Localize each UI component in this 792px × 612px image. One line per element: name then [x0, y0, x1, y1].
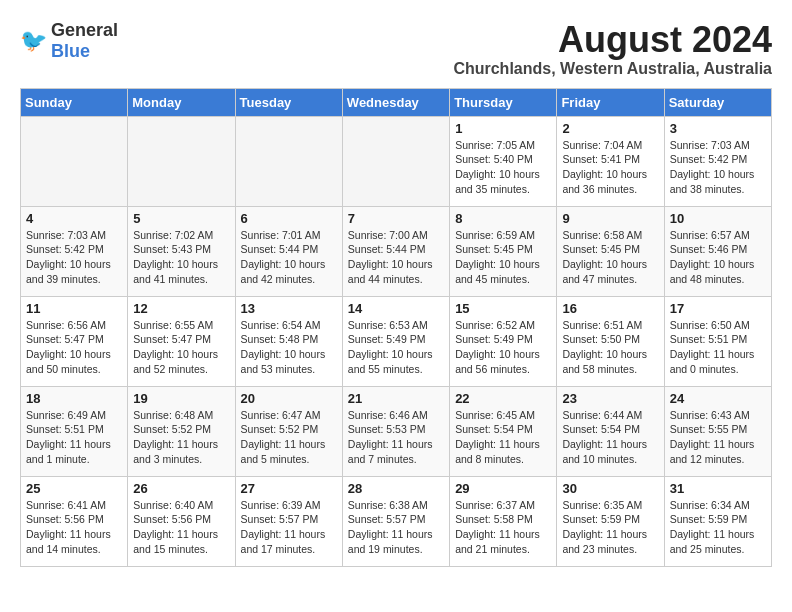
day-number: 21	[348, 391, 444, 406]
day-info: Sunrise: 6:47 AMSunset: 5:52 PMDaylight:…	[241, 408, 337, 467]
calendar-cell: 11Sunrise: 6:56 AMSunset: 5:47 PMDayligh…	[21, 296, 128, 386]
calendar-cell: 31Sunrise: 6:34 AMSunset: 5:59 PMDayligh…	[664, 476, 771, 566]
day-info: Sunrise: 6:51 AMSunset: 5:50 PMDaylight:…	[562, 318, 658, 377]
day-info: Sunrise: 6:49 AMSunset: 5:51 PMDaylight:…	[26, 408, 122, 467]
day-number: 26	[133, 481, 229, 496]
day-info: Sunrise: 6:46 AMSunset: 5:53 PMDaylight:…	[348, 408, 444, 467]
day-info: Sunrise: 7:03 AMSunset: 5:42 PMDaylight:…	[26, 228, 122, 287]
calendar-header-row: SundayMondayTuesdayWednesdayThursdayFrid…	[21, 88, 772, 116]
day-info: Sunrise: 6:52 AMSunset: 5:49 PMDaylight:…	[455, 318, 551, 377]
calendar-cell: 4Sunrise: 7:03 AMSunset: 5:42 PMDaylight…	[21, 206, 128, 296]
calendar-cell: 14Sunrise: 6:53 AMSunset: 5:49 PMDayligh…	[342, 296, 449, 386]
column-header-monday: Monday	[128, 88, 235, 116]
day-info: Sunrise: 6:39 AMSunset: 5:57 PMDaylight:…	[241, 498, 337, 557]
day-number: 9	[562, 211, 658, 226]
calendar-cell: 8Sunrise: 6:59 AMSunset: 5:45 PMDaylight…	[450, 206, 557, 296]
day-number: 27	[241, 481, 337, 496]
day-number: 13	[241, 301, 337, 316]
logo-blue: Blue	[51, 41, 90, 61]
day-info: Sunrise: 6:54 AMSunset: 5:48 PMDaylight:…	[241, 318, 337, 377]
calendar-cell: 6Sunrise: 7:01 AMSunset: 5:44 PMDaylight…	[235, 206, 342, 296]
calendar-cell: 17Sunrise: 6:50 AMSunset: 5:51 PMDayligh…	[664, 296, 771, 386]
day-number: 4	[26, 211, 122, 226]
day-number: 2	[562, 121, 658, 136]
calendar-cell: 1Sunrise: 7:05 AMSunset: 5:40 PMDaylight…	[450, 116, 557, 206]
day-number: 31	[670, 481, 766, 496]
location-subtitle: Churchlands, Western Australia, Australi…	[453, 60, 772, 78]
day-info: Sunrise: 7:02 AMSunset: 5:43 PMDaylight:…	[133, 228, 229, 287]
calendar-cell	[342, 116, 449, 206]
calendar-cell	[235, 116, 342, 206]
day-info: Sunrise: 6:55 AMSunset: 5:47 PMDaylight:…	[133, 318, 229, 377]
column-header-sunday: Sunday	[21, 88, 128, 116]
day-number: 7	[348, 211, 444, 226]
day-info: Sunrise: 6:37 AMSunset: 5:58 PMDaylight:…	[455, 498, 551, 557]
day-number: 11	[26, 301, 122, 316]
calendar-cell: 23Sunrise: 6:44 AMSunset: 5:54 PMDayligh…	[557, 386, 664, 476]
day-info: Sunrise: 6:50 AMSunset: 5:51 PMDaylight:…	[670, 318, 766, 377]
calendar-cell: 27Sunrise: 6:39 AMSunset: 5:57 PMDayligh…	[235, 476, 342, 566]
calendar-cell	[128, 116, 235, 206]
day-info: Sunrise: 6:34 AMSunset: 5:59 PMDaylight:…	[670, 498, 766, 557]
day-number: 25	[26, 481, 122, 496]
day-info: Sunrise: 6:58 AMSunset: 5:45 PMDaylight:…	[562, 228, 658, 287]
day-number: 8	[455, 211, 551, 226]
calendar-cell: 15Sunrise: 6:52 AMSunset: 5:49 PMDayligh…	[450, 296, 557, 386]
day-number: 18	[26, 391, 122, 406]
calendar-cell: 30Sunrise: 6:35 AMSunset: 5:59 PMDayligh…	[557, 476, 664, 566]
calendar-cell: 21Sunrise: 6:46 AMSunset: 5:53 PMDayligh…	[342, 386, 449, 476]
day-info: Sunrise: 6:48 AMSunset: 5:52 PMDaylight:…	[133, 408, 229, 467]
day-number: 28	[348, 481, 444, 496]
calendar-week-row: 18Sunrise: 6:49 AMSunset: 5:51 PMDayligh…	[21, 386, 772, 476]
day-info: Sunrise: 6:35 AMSunset: 5:59 PMDaylight:…	[562, 498, 658, 557]
column-header-wednesday: Wednesday	[342, 88, 449, 116]
day-number: 14	[348, 301, 444, 316]
calendar-table: SundayMondayTuesdayWednesdayThursdayFrid…	[20, 88, 772, 567]
calendar-cell	[21, 116, 128, 206]
day-number: 19	[133, 391, 229, 406]
day-info: Sunrise: 6:59 AMSunset: 5:45 PMDaylight:…	[455, 228, 551, 287]
calendar-cell: 22Sunrise: 6:45 AMSunset: 5:54 PMDayligh…	[450, 386, 557, 476]
day-number: 24	[670, 391, 766, 406]
calendar-week-row: 1Sunrise: 7:05 AMSunset: 5:40 PMDaylight…	[21, 116, 772, 206]
day-info: Sunrise: 7:03 AMSunset: 5:42 PMDaylight:…	[670, 138, 766, 197]
day-number: 22	[455, 391, 551, 406]
calendar-cell: 3Sunrise: 7:03 AMSunset: 5:42 PMDaylight…	[664, 116, 771, 206]
logo: 🐦 General Blue	[20, 20, 118, 62]
day-number: 10	[670, 211, 766, 226]
day-number: 15	[455, 301, 551, 316]
month-year-title: August 2024	[453, 20, 772, 60]
calendar-cell: 2Sunrise: 7:04 AMSunset: 5:41 PMDaylight…	[557, 116, 664, 206]
calendar-cell: 7Sunrise: 7:00 AMSunset: 5:44 PMDaylight…	[342, 206, 449, 296]
day-number: 16	[562, 301, 658, 316]
logo-icon: 🐦	[20, 28, 47, 54]
calendar-cell: 9Sunrise: 6:58 AMSunset: 5:45 PMDaylight…	[557, 206, 664, 296]
day-info: Sunrise: 6:38 AMSunset: 5:57 PMDaylight:…	[348, 498, 444, 557]
column-header-saturday: Saturday	[664, 88, 771, 116]
title-block: August 2024 Churchlands, Western Austral…	[453, 20, 772, 78]
day-info: Sunrise: 6:40 AMSunset: 5:56 PMDaylight:…	[133, 498, 229, 557]
calendar-cell: 26Sunrise: 6:40 AMSunset: 5:56 PMDayligh…	[128, 476, 235, 566]
calendar-cell: 25Sunrise: 6:41 AMSunset: 5:56 PMDayligh…	[21, 476, 128, 566]
day-info: Sunrise: 7:01 AMSunset: 5:44 PMDaylight:…	[241, 228, 337, 287]
calendar-week-row: 25Sunrise: 6:41 AMSunset: 5:56 PMDayligh…	[21, 476, 772, 566]
day-info: Sunrise: 6:44 AMSunset: 5:54 PMDaylight:…	[562, 408, 658, 467]
day-number: 17	[670, 301, 766, 316]
calendar-cell: 18Sunrise: 6:49 AMSunset: 5:51 PMDayligh…	[21, 386, 128, 476]
day-info: Sunrise: 6:56 AMSunset: 5:47 PMDaylight:…	[26, 318, 122, 377]
calendar-cell: 12Sunrise: 6:55 AMSunset: 5:47 PMDayligh…	[128, 296, 235, 386]
calendar-cell: 29Sunrise: 6:37 AMSunset: 5:58 PMDayligh…	[450, 476, 557, 566]
day-info: Sunrise: 6:43 AMSunset: 5:55 PMDaylight:…	[670, 408, 766, 467]
calendar-cell: 13Sunrise: 6:54 AMSunset: 5:48 PMDayligh…	[235, 296, 342, 386]
logo-general: General	[51, 20, 118, 40]
column-header-tuesday: Tuesday	[235, 88, 342, 116]
day-info: Sunrise: 7:04 AMSunset: 5:41 PMDaylight:…	[562, 138, 658, 197]
day-number: 3	[670, 121, 766, 136]
column-header-thursday: Thursday	[450, 88, 557, 116]
day-info: Sunrise: 6:45 AMSunset: 5:54 PMDaylight:…	[455, 408, 551, 467]
calendar-cell: 20Sunrise: 6:47 AMSunset: 5:52 PMDayligh…	[235, 386, 342, 476]
day-number: 6	[241, 211, 337, 226]
calendar-week-row: 4Sunrise: 7:03 AMSunset: 5:42 PMDaylight…	[21, 206, 772, 296]
page-header: 🐦 General Blue August 2024 Churchlands, …	[20, 20, 772, 78]
day-number: 23	[562, 391, 658, 406]
